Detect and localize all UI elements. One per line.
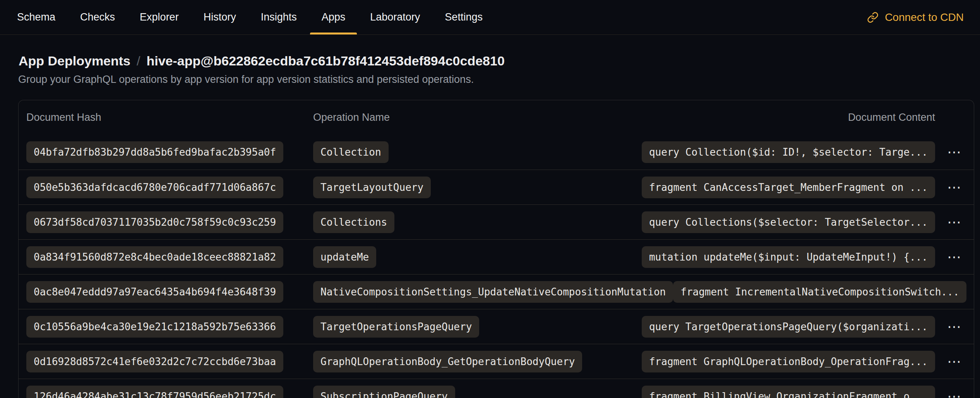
- column-header-operation-name: Operation Name: [313, 112, 848, 124]
- document-hash-value: 0673df58cd7037117035b2d0c758f59c0c93c259: [26, 211, 283, 233]
- page-subtitle: Group your GraphQL operations by app ver…: [18, 74, 974, 86]
- operation-name-value: updateMe: [313, 246, 376, 268]
- app-deployment-page: App Deployments / hive-app@b622862ecdba7…: [0, 35, 980, 398]
- nav-tab-apps[interactable]: Apps: [322, 0, 346, 34]
- nav-tab-schema[interactable]: Schema: [17, 0, 55, 34]
- column-header-document-content: Document Content: [848, 112, 935, 124]
- breadcrumb-app-deployments[interactable]: App Deployments: [19, 53, 130, 69]
- row-actions-menu-button[interactable]: ⋯: [943, 387, 966, 398]
- operation-name-value: TargetLayoutQuery: [313, 177, 431, 198]
- operation-name-value: SubscriptionPageQuery: [313, 386, 455, 398]
- operation-name-value: NativeCompositionSettings_UpdateNativeCo…: [313, 281, 673, 303]
- nav-tab-history[interactable]: History: [204, 0, 236, 34]
- document-content-preview: fragment GraphQLOperationBody_OperationF…: [642, 351, 935, 372]
- document-content-preview: fragment IncrementalNativeCompositionSwi…: [673, 281, 966, 303]
- row-actions-menu-button[interactable]: ⋯: [943, 143, 966, 161]
- document-hash-value: 126d46a4284abe31c13c78f7959d56eeb21725dc: [26, 386, 283, 398]
- nav-tab-laboratory[interactable]: Laboratory: [370, 0, 420, 34]
- column-header-document-hash: Document Hash: [26, 112, 313, 124]
- document-content-preview: query Collection($id: ID!, $selector: Ta…: [642, 141, 935, 163]
- document-content-preview: query Collections($selector: TargetSelec…: [642, 211, 935, 233]
- table-row: 0673df58cd7037117035b2d0c758f59c0c93c259…: [19, 204, 974, 239]
- table-row: 126d46a4284abe31c13c78f7959d56eeb21725dc…: [19, 379, 974, 398]
- page-title-app-version: hive-app@b622862ecdba7c61b78f412453def89…: [147, 53, 505, 69]
- top-navigation-bar: SchemaChecksExplorerHistoryInsightsAppsL…: [0, 0, 980, 35]
- document-hash-value: 04bfa72dfb83b297dd8a5b6fed9bafac2b395a0f: [26, 141, 283, 163]
- table-body: 04bfa72dfb83b297dd8a5b6fed9bafac2b395a0f…: [19, 135, 974, 398]
- document-hash-value: 050e5b363dafdcacd6780e706cadf771d06a867c: [26, 177, 283, 198]
- document-content-preview: fragment CanAccessTarget_MemberFragment …: [642, 177, 935, 198]
- table-row: 0d16928d8572c41ef6e032d2c7c72ccbd6e73baa…: [19, 344, 974, 379]
- breadcrumb: App Deployments / hive-app@b622862ecdba7…: [18, 53, 974, 69]
- row-actions-menu-button[interactable]: ⋯: [943, 317, 966, 336]
- document-hash-value: 0c10556a9be4ca30e19e21c1218a592b75e63366: [26, 316, 283, 338]
- nav-tabs: SchemaChecksExplorerHistoryInsightsAppsL…: [17, 0, 483, 34]
- operation-name-value: GraphQLOperationBody_GetOperationBodyQue…: [313, 351, 582, 372]
- row-actions-menu-button[interactable]: ⋯: [943, 178, 966, 197]
- link-icon: [867, 12, 879, 23]
- nav-tab-insights[interactable]: Insights: [261, 0, 297, 34]
- row-actions-menu-button[interactable]: ⋯: [943, 352, 966, 371]
- nav-tab-checks[interactable]: Checks: [80, 0, 115, 34]
- documents-table: Document Hash Operation Name Document Co…: [18, 100, 974, 398]
- document-hash-value: 0ac8e047eddd97a97eac6435a4b694f4e3648f39: [26, 281, 283, 303]
- operation-name-value: TargetOperationsPageQuery: [313, 316, 479, 338]
- breadcrumb-separator: /: [137, 53, 140, 69]
- row-actions-menu-button[interactable]: ⋯: [943, 248, 966, 266]
- table-row: 050e5b363dafdcacd6780e706cadf771d06a867c…: [19, 170, 974, 204]
- nav-tab-settings[interactable]: Settings: [445, 0, 483, 34]
- table-row: 0a834f91560d872e8c4bec0ade18ceec88821a82…: [19, 239, 974, 274]
- document-content-preview: query TargetOperationsPageQuery($organiz…: [642, 316, 935, 338]
- table-row: 0c10556a9be4ca30e19e21c1218a592b75e63366…: [19, 309, 974, 344]
- connect-to-cdn-label: Connect to CDN: [885, 11, 964, 24]
- table-row: 0ac8e047eddd97a97eac6435a4b694f4e3648f39…: [19, 274, 974, 309]
- table-row: 04bfa72dfb83b297dd8a5b6fed9bafac2b395a0f…: [19, 135, 974, 170]
- connect-to-cdn-button[interactable]: Connect to CDN: [867, 11, 964, 24]
- table-header-row: Document Hash Operation Name Document Co…: [19, 100, 974, 135]
- row-actions-menu-button[interactable]: ⋯: [943, 213, 966, 232]
- document-content-preview: mutation updateMe($input: UpdateMeInput!…: [642, 246, 935, 268]
- document-content-preview: fragment BillingView_OrganizationFragmen…: [642, 386, 935, 398]
- document-hash-value: 0a834f91560d872e8c4bec0ade18ceec88821a82: [26, 246, 283, 268]
- nav-tab-explorer[interactable]: Explorer: [140, 0, 179, 34]
- operation-name-value: Collection: [313, 141, 389, 163]
- operation-name-value: Collections: [313, 211, 394, 233]
- document-hash-value: 0d16928d8572c41ef6e032d2c7c72ccbd6e73baa: [26, 351, 283, 372]
